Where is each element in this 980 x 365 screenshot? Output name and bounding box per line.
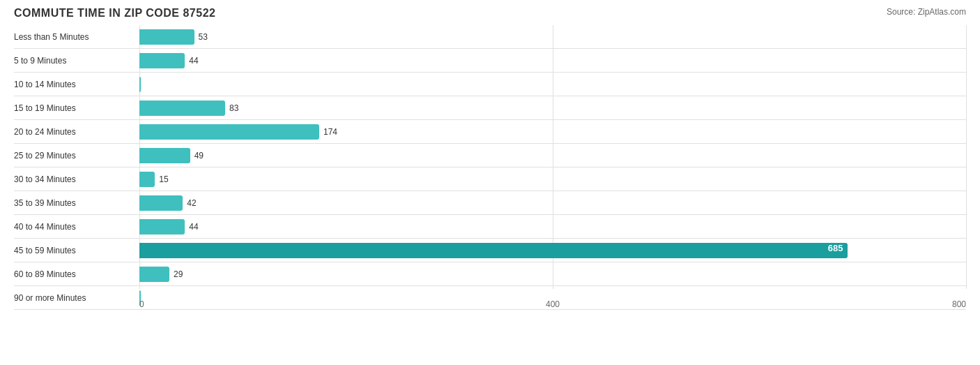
bar-row: 35 to 39 Minutes42 [14,191,966,215]
bar-value: 42 [187,198,196,208]
bar-label: 5 to 9 Minutes [14,56,139,66]
bar-fill [139,100,225,116]
bar-label: 25 to 29 Minutes [14,151,139,161]
bar-row: 45 to 59 Minutes685 [14,239,966,262]
bar-value: 83 [229,103,238,113]
bar-fill [139,124,319,140]
bar-row: 10 to 14 Minutes [14,73,966,96]
x-axis-tick: 400 [546,299,560,309]
chart-source: Source: ZipAtlas.com [887,7,966,17]
chart-container: COMMUTE TIME IN ZIP CODE 87522 Source: Z… [0,0,980,365]
bar-row: 20 to 24 Minutes174 [14,120,966,144]
bar-fill [139,195,183,211]
bar-row: 40 to 44 Minutes44 [14,215,966,239]
bar-label: Less than 5 Minutes [14,32,139,42]
bar-label: 35 to 39 Minutes [14,198,139,208]
bar-fill [139,77,141,92]
grid-line [966,25,967,289]
bar-fill [139,148,190,163]
x-axis-tick: 800 [952,299,966,309]
bar-fill [139,267,169,282]
bar-fill [139,53,185,68]
bar-row: 30 to 34 Minutes15 [14,167,966,191]
bar-label: 30 to 34 Minutes [14,174,139,184]
bar-track [139,73,966,96]
bar-row: 25 to 29 Minutes49 [14,144,966,167]
bar-label: 10 to 14 Minutes [14,80,139,89]
x-axis: 0400800 [139,299,966,320]
bar-fill [139,219,185,234]
bar-track: 44 [139,49,966,72]
x-axis-tick: 0 [139,299,144,309]
bar-track: 15 [139,167,966,191]
bar-track: 29 [139,262,966,285]
bar-row: 5 to 9 Minutes44 [14,49,966,73]
chart-body: Less than 5 Minutes535 to 9 Minutes4410 … [14,25,966,320]
bar-row: Less than 5 Minutes53 [14,25,966,49]
bar-fill: 685 [139,243,848,258]
bar-track: 83 [139,96,966,119]
chart-title: COMMUTE TIME IN ZIP CODE 87522 [14,7,215,20]
bar-value: 44 [189,222,198,232]
bar-fill [139,29,194,45]
bar-label: 40 to 44 Minutes [14,222,139,232]
bar-label: 90 or more Minutes [14,293,139,303]
bar-fill [139,172,155,187]
bars-area: Less than 5 Minutes535 to 9 Minutes4410 … [14,25,966,310]
bar-value: 53 [199,32,208,42]
bar-value: 685 [828,243,843,253]
bar-label: 15 to 19 Minutes [14,103,139,113]
bar-value: 29 [174,269,183,279]
bar-track: 53 [139,25,966,48]
bar-track: 44 [139,215,966,238]
bar-value: 44 [189,56,198,66]
bar-label: 60 to 89 Minutes [14,269,139,279]
bar-label: 20 to 24 Minutes [14,127,139,137]
bar-track: 49 [139,144,966,167]
bar-label: 45 to 59 Minutes [14,246,139,255]
bar-value: 15 [159,174,168,184]
bar-track: 42 [139,191,966,214]
bar-track: 685 [139,239,966,262]
bar-row: 15 to 19 Minutes83 [14,96,966,120]
bar-value: 174 [323,127,337,137]
bar-track: 174 [139,120,966,143]
bar-value: 49 [194,151,204,161]
bar-row: 60 to 89 Minutes29 [14,262,966,286]
chart-header: COMMUTE TIME IN ZIP CODE 87522 Source: Z… [14,7,966,20]
